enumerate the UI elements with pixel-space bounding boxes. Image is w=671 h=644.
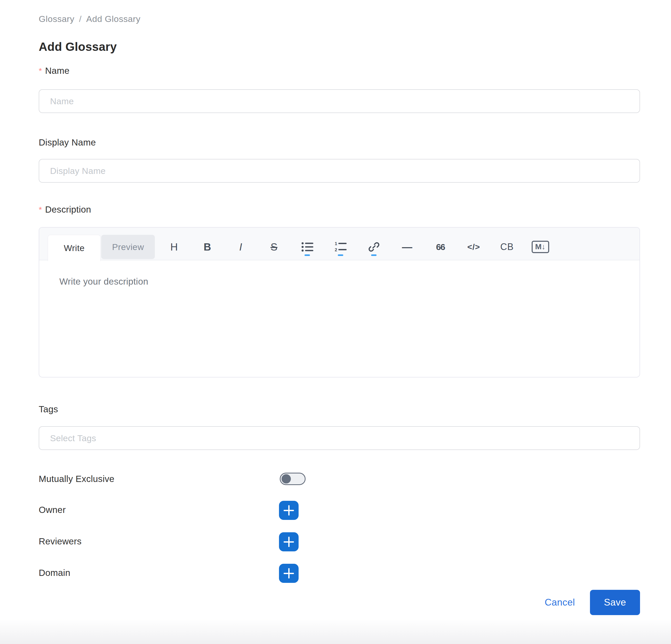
description-label: * Description bbox=[39, 204, 91, 215]
svg-text:1: 1 bbox=[335, 242, 337, 246]
tags-label: Tags bbox=[39, 404, 58, 414]
name-label-text: Name bbox=[45, 66, 70, 76]
mutually-exclusive-label: Mutually Exclusive bbox=[39, 474, 114, 484]
description-editor: Write Preview H B I S 1 2 bbox=[39, 227, 640, 377]
toggle-knob-icon bbox=[281, 474, 291, 484]
mutually-exclusive-label-text: Mutually Exclusive bbox=[39, 474, 114, 484]
add-domain-button[interactable] bbox=[279, 564, 299, 583]
add-reviewer-button[interactable] bbox=[279, 532, 299, 551]
link-icon[interactable] bbox=[357, 235, 391, 259]
code-block-icon[interactable]: CB bbox=[490, 235, 524, 259]
display-name-label: Display Name bbox=[39, 137, 96, 147]
form-actions: Cancel Save bbox=[39, 590, 640, 615]
tags-select-input[interactable] bbox=[39, 426, 640, 450]
bold-icon[interactable]: B bbox=[191, 235, 224, 259]
breadcrumb-add-glossary[interactable]: Add Glossary bbox=[86, 14, 140, 24]
owner-label: Owner bbox=[39, 505, 66, 515]
tab-preview[interactable]: Preview bbox=[101, 235, 155, 259]
plus-icon bbox=[283, 505, 294, 516]
domain-label-text: Domain bbox=[39, 568, 70, 578]
owner-label-text: Owner bbox=[39, 505, 66, 515]
plus-icon bbox=[283, 568, 294, 578]
tags-label-text: Tags bbox=[39, 404, 58, 414]
add-owner-button[interactable] bbox=[279, 501, 299, 520]
breadcrumb-glossary[interactable]: Glossary bbox=[39, 14, 74, 24]
heading-icon[interactable]: H bbox=[157, 235, 191, 259]
name-label: * Name bbox=[39, 66, 69, 76]
strikethrough-icon[interactable]: S bbox=[257, 235, 291, 259]
display-name-input[interactable] bbox=[39, 159, 640, 183]
save-button[interactable]: Save bbox=[590, 590, 640, 615]
editor-toolbar: H B I S 1 2 bbox=[157, 235, 557, 259]
description-textarea[interactable] bbox=[39, 260, 640, 377]
editor-toolbar-header: Write Preview H B I S 1 2 bbox=[39, 228, 640, 260]
page-title: Add Glossary bbox=[39, 40, 117, 54]
svg-text:2: 2 bbox=[335, 247, 337, 252]
domain-label: Domain bbox=[39, 568, 70, 578]
reviewers-label: Reviewers bbox=[39, 536, 81, 546]
bullet-list-icon[interactable] bbox=[291, 235, 324, 259]
description-label-text: Description bbox=[45, 204, 91, 215]
code-icon[interactable]: </> bbox=[457, 235, 490, 259]
quote-icon[interactable]: 66 bbox=[424, 235, 457, 259]
name-input[interactable] bbox=[39, 89, 640, 113]
page-bottom-fade bbox=[0, 619, 671, 644]
breadcrumb-separator: / bbox=[79, 14, 81, 24]
mutually-exclusive-toggle[interactable] bbox=[280, 473, 306, 485]
display-name-label-text: Display Name bbox=[39, 137, 96, 147]
description-editor-body bbox=[39, 260, 640, 377]
cancel-button[interactable]: Cancel bbox=[543, 597, 577, 608]
italic-icon[interactable]: I bbox=[224, 235, 257, 259]
horizontal-rule-icon[interactable]: — bbox=[391, 235, 424, 259]
required-asterisk: * bbox=[39, 66, 42, 76]
tab-write[interactable]: Write bbox=[48, 235, 101, 261]
plus-icon bbox=[283, 537, 294, 547]
required-asterisk: * bbox=[39, 205, 42, 215]
reviewers-label-text: Reviewers bbox=[39, 536, 81, 546]
ordered-list-icon[interactable]: 1 2 bbox=[324, 235, 357, 259]
breadcrumb: Glossary / Add Glossary bbox=[39, 14, 140, 24]
markdown-guide-icon[interactable]: M↓ bbox=[524, 235, 557, 259]
